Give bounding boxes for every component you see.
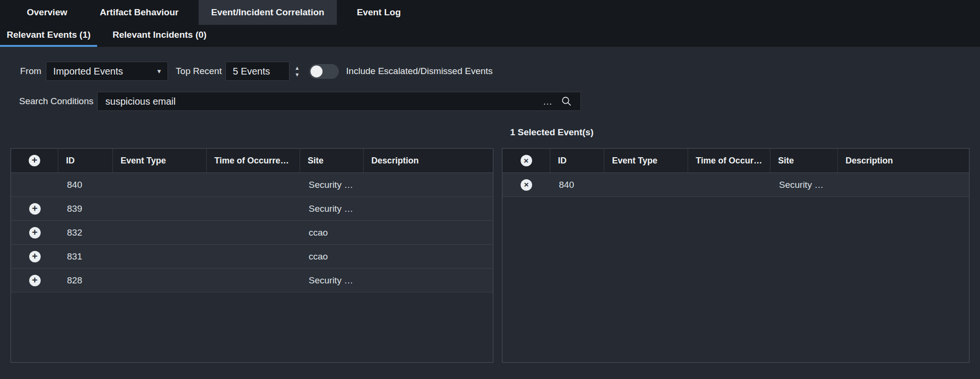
search-box: … [97,92,581,111]
col-description: Description [838,149,969,173]
tab-artifact-behaviour[interactable]: Artifact Behaviour [88,0,191,25]
tab-overview[interactable]: Overview [14,0,80,25]
selected-events-header: × ID Event Type Time of Occur… Site Desc… [502,149,969,173]
sub-tab-bar: Relevant Events (1) Relevant Incidents (… [0,25,980,47]
event-time [688,173,770,196]
event-site: ccao [300,221,364,244]
stepper-down-icon[interactable]: ▼ [294,72,300,77]
search-icon[interactable] [561,96,572,107]
event-type [113,197,207,220]
subtab-relevant-events[interactable]: Relevant Events (1) [0,25,97,47]
add-event-button[interactable]: + [29,251,41,262]
from-select[interactable]: Imported Events ▾ [46,62,168,81]
filter-row-from: From Imported Events ▾ Top Recent 5 Even… [20,62,493,81]
event-site: Security … [300,269,364,292]
toggle-knob [311,65,323,77]
tab-event-incident-correlation[interactable]: Event/Incident Correlation [199,0,336,25]
remove-column-icon: × [521,155,532,166]
available-events-header: + ID Event Type Time of Occurre… Site De… [11,149,493,173]
chevron-down-icon: ▾ [157,67,161,76]
event-site: Security … [770,173,838,196]
event-id: 828 [58,269,113,292]
ellipsis-icon[interactable]: … [543,99,553,104]
screen: Overview Artifact Behaviour Event/Incide… [0,0,980,379]
event-row[interactable]: + 840 Security … [11,173,493,197]
remove-event-button[interactable]: × [521,179,532,191]
event-type [604,173,688,196]
col-description: Description [364,149,493,173]
filter-row-search: Search Conditions … [19,92,581,111]
correlation-panel: From Imported Events ▾ Top Recent 5 Even… [0,47,980,379]
add-event-button[interactable]: + [29,203,41,215]
col-event-type: Event Type [113,149,207,173]
top-tab-bar: Overview Artifact Behaviour Event/Incide… [0,0,980,25]
include-escalated-toggle[interactable] [309,64,339,79]
event-description [364,245,493,268]
event-type [113,269,207,292]
event-id: 840 [58,173,113,196]
event-description [364,269,493,292]
event-description [838,173,969,196]
subtab-relevant-incidents[interactable]: Relevant Incidents (0) [105,25,214,47]
top-recent-label: Top Recent [176,66,222,76]
selected-events-body: × 840 Security … [502,173,969,197]
col-time: Time of Occur… [688,149,770,173]
event-time [207,269,300,292]
event-site: Security … [300,197,364,220]
event-time [207,197,300,220]
selected-event-row[interactable]: × 840 Security … [502,173,969,197]
col-event-type: Event Type [604,149,688,173]
top-recent-value: 5 Events [233,66,270,77]
from-label: From [20,66,41,76]
quantity-stepper: ▲ ▼ [294,65,300,77]
event-row[interactable]: + 831 ccao [11,245,493,269]
tab-event-log[interactable]: Event Log [345,0,413,25]
include-escalated-label: Include Escalated/Dismissed Events [346,66,492,76]
add-event-button[interactable]: + [29,227,41,238]
selected-events-table: × ID Event Type Time of Occur… Site Desc… [502,148,969,363]
search-input[interactable] [105,96,543,107]
event-site: Security … [300,173,364,196]
available-events-table: + ID Event Type Time of Occurre… Site De… [11,148,493,363]
event-row[interactable]: + 828 Security … [11,269,493,292]
event-type [113,173,207,196]
available-events-body: + 840 Security … + 839 Security … + [11,173,493,292]
event-time [207,173,300,196]
stepper-up-icon[interactable]: ▲ [294,65,300,71]
event-row[interactable]: + 839 Security … [11,197,493,221]
col-site: Site [770,149,838,173]
event-id: 831 [58,245,113,268]
event-type [113,245,207,268]
col-site: Site [300,149,364,173]
search-conditions-label: Search Conditions [19,96,93,107]
event-type [113,221,207,244]
event-time [207,245,300,268]
event-row[interactable]: + 832 ccao [11,221,493,245]
col-time: Time of Occurre… [207,149,300,173]
event-description [364,221,493,244]
event-id: 840 [550,173,604,196]
selected-events-count: 1 Selected Event(s) [510,127,593,138]
col-id: ID [550,149,604,173]
add-event-button[interactable]: + [29,275,41,286]
from-select-value: Imported Events [53,66,157,77]
event-time [207,221,300,244]
add-column-icon: + [29,155,40,166]
event-site: ccao [300,245,364,268]
top-recent-input[interactable]: 5 Events [225,62,290,81]
event-description [364,173,493,196]
col-id: ID [58,149,113,173]
event-description [364,197,493,220]
event-id: 832 [58,221,113,244]
event-id: 839 [58,197,113,220]
